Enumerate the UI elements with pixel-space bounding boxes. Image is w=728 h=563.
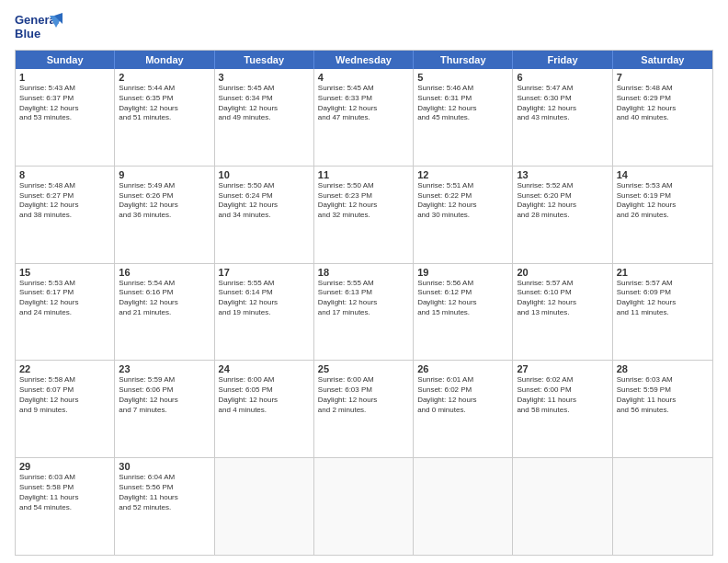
day-info: Sunrise: 6:03 AM Sunset: 5:58 PM Dayligh…	[19, 473, 110, 512]
calendar-cell: 16Sunrise: 5:54 AM Sunset: 6:16 PM Dayli…	[115, 264, 214, 361]
calendar-cell: 17Sunrise: 5:55 AM Sunset: 6:14 PM Dayli…	[215, 264, 314, 361]
day-info: Sunrise: 5:52 AM Sunset: 6:20 PM Dayligh…	[517, 181, 608, 221]
calendar-week-1: 8Sunrise: 5:48 AM Sunset: 6:27 PM Daylig…	[16, 166, 712, 263]
day-number: 9	[119, 169, 210, 180]
day-info: Sunrise: 5:53 AM Sunset: 6:19 PM Dayligh…	[617, 181, 709, 221]
day-info: Sunrise: 5:59 AM Sunset: 6:06 PM Dayligh…	[119, 375, 210, 415]
calendar-cell	[613, 458, 712, 555]
day-number: 15	[19, 267, 110, 278]
calendar-cell: 20Sunrise: 5:57 AM Sunset: 6:10 PM Dayli…	[513, 264, 612, 361]
day-info: Sunrise: 6:03 AM Sunset: 5:59 PM Dayligh…	[617, 375, 709, 415]
calendar-body: 1Sunrise: 5:43 AM Sunset: 6:37 PM Daylig…	[16, 69, 712, 555]
svg-text:Blue: Blue	[15, 27, 40, 40]
day-number: 4	[318, 72, 409, 83]
day-number: 16	[119, 267, 210, 278]
day-number: 1	[19, 72, 110, 83]
weekday-header-saturday: Saturday	[613, 51, 712, 69]
day-number: 12	[417, 169, 508, 180]
calendar-cell: 26Sunrise: 6:01 AM Sunset: 6:02 PM Dayli…	[414, 361, 513, 457]
day-info: Sunrise: 5:50 AM Sunset: 6:24 PM Dayligh…	[219, 181, 310, 221]
day-number: 24	[219, 363, 310, 374]
day-number: 8	[19, 169, 110, 180]
weekday-header-friday: Friday	[513, 51, 612, 69]
calendar-cell	[513, 458, 612, 555]
calendar-cell	[414, 458, 513, 555]
day-info: Sunrise: 5:46 AM Sunset: 6:31 PM Dayligh…	[417, 84, 508, 123]
day-info: Sunrise: 5:44 AM Sunset: 6:35 PM Dayligh…	[119, 84, 210, 123]
day-info: Sunrise: 5:49 AM Sunset: 6:26 PM Dayligh…	[119, 181, 210, 221]
weekday-header-thursday: Thursday	[414, 51, 513, 69]
calendar-cell: 29Sunrise: 6:03 AM Sunset: 5:58 PM Dayli…	[16, 458, 115, 555]
day-number: 10	[219, 169, 310, 180]
calendar-cell: 11Sunrise: 5:50 AM Sunset: 6:23 PM Dayli…	[314, 167, 414, 263]
calendar-cell: 22Sunrise: 5:58 AM Sunset: 6:07 PM Dayli…	[16, 361, 115, 457]
day-number: 13	[517, 169, 608, 180]
day-info: Sunrise: 5:45 AM Sunset: 6:34 PM Dayligh…	[219, 84, 310, 123]
calendar-cell: 30Sunrise: 6:04 AM Sunset: 5:56 PM Dayli…	[115, 458, 214, 555]
page: GeneralBlue SundayMondayTuesdayWednesday…	[0, 0, 728, 563]
calendar-cell: 13Sunrise: 5:52 AM Sunset: 6:20 PM Dayli…	[513, 167, 612, 263]
calendar-week-4: 29Sunrise: 6:03 AM Sunset: 5:58 PM Dayli…	[16, 457, 712, 555]
calendar-cell: 14Sunrise: 5:53 AM Sunset: 6:19 PM Dayli…	[613, 167, 712, 263]
day-number: 14	[617, 169, 709, 180]
day-number: 21	[617, 267, 709, 278]
logo-svg: GeneralBlue	[15, 11, 66, 42]
calendar-cell: 6Sunrise: 5:47 AM Sunset: 6:30 PM Daylig…	[513, 69, 612, 166]
calendar-cell: 25Sunrise: 6:00 AM Sunset: 6:03 PM Dayli…	[314, 361, 414, 457]
day-info: Sunrise: 5:55 AM Sunset: 6:14 PM Dayligh…	[219, 279, 310, 318]
day-info: Sunrise: 6:00 AM Sunset: 6:03 PM Dayligh…	[318, 375, 409, 415]
weekday-header-wednesday: Wednesday	[314, 51, 414, 69]
day-info: Sunrise: 5:53 AM Sunset: 6:17 PM Dayligh…	[19, 279, 110, 318]
calendar-cell: 23Sunrise: 5:59 AM Sunset: 6:06 PM Dayli…	[115, 361, 214, 457]
day-number: 27	[517, 363, 608, 374]
calendar-cell: 19Sunrise: 5:56 AM Sunset: 6:12 PM Dayli…	[414, 264, 513, 361]
logo: GeneralBlue	[15, 11, 66, 42]
calendar-week-3: 22Sunrise: 5:58 AM Sunset: 6:07 PM Dayli…	[16, 360, 712, 457]
day-number: 11	[318, 169, 409, 180]
day-number: 7	[617, 72, 709, 83]
day-number: 2	[119, 72, 210, 83]
weekday-header-tuesday: Tuesday	[215, 51, 314, 69]
calendar-cell	[314, 458, 414, 555]
calendar-header: SundayMondayTuesdayWednesdayThursdayFrid…	[16, 51, 712, 69]
day-info: Sunrise: 5:48 AM Sunset: 6:29 PM Dayligh…	[617, 84, 709, 123]
calendar-cell: 15Sunrise: 5:53 AM Sunset: 6:17 PM Dayli…	[16, 264, 115, 361]
calendar-cell: 9Sunrise: 5:49 AM Sunset: 6:26 PM Daylig…	[115, 167, 214, 263]
day-number: 23	[119, 363, 210, 374]
day-number: 20	[517, 267, 608, 278]
day-info: Sunrise: 5:57 AM Sunset: 6:09 PM Dayligh…	[617, 279, 709, 318]
day-number: 26	[417, 363, 508, 374]
day-info: Sunrise: 5:56 AM Sunset: 6:12 PM Dayligh…	[417, 279, 508, 318]
day-info: Sunrise: 6:02 AM Sunset: 6:00 PM Dayligh…	[517, 375, 608, 415]
day-number: 28	[617, 363, 709, 374]
calendar: SundayMondayTuesdayWednesdayThursdayFrid…	[15, 50, 713, 556]
day-number: 29	[19, 461, 110, 472]
day-number: 25	[318, 363, 409, 374]
calendar-cell: 1Sunrise: 5:43 AM Sunset: 6:37 PM Daylig…	[16, 69, 115, 166]
day-number: 22	[19, 363, 110, 374]
calendar-cell	[215, 458, 314, 555]
day-info: Sunrise: 5:57 AM Sunset: 6:10 PM Dayligh…	[517, 279, 608, 318]
day-number: 6	[517, 72, 608, 83]
day-info: Sunrise: 5:58 AM Sunset: 6:07 PM Dayligh…	[19, 375, 110, 415]
day-info: Sunrise: 5:54 AM Sunset: 6:16 PM Dayligh…	[119, 279, 210, 318]
day-info: Sunrise: 6:04 AM Sunset: 5:56 PM Dayligh…	[119, 473, 210, 512]
calendar-cell: 2Sunrise: 5:44 AM Sunset: 6:35 PM Daylig…	[115, 69, 214, 166]
day-info: Sunrise: 5:50 AM Sunset: 6:23 PM Dayligh…	[318, 181, 409, 221]
day-info: Sunrise: 5:47 AM Sunset: 6:30 PM Dayligh…	[517, 84, 608, 123]
calendar-cell: 3Sunrise: 5:45 AM Sunset: 6:34 PM Daylig…	[215, 69, 314, 166]
calendar-cell: 4Sunrise: 5:45 AM Sunset: 6:33 PM Daylig…	[314, 69, 414, 166]
calendar-cell: 24Sunrise: 6:00 AM Sunset: 6:05 PM Dayli…	[215, 361, 314, 457]
calendar-week-2: 15Sunrise: 5:53 AM Sunset: 6:17 PM Dayli…	[16, 263, 712, 361]
day-info: Sunrise: 6:00 AM Sunset: 6:05 PM Dayligh…	[219, 375, 310, 415]
day-info: Sunrise: 5:55 AM Sunset: 6:13 PM Dayligh…	[318, 279, 409, 318]
calendar-cell: 8Sunrise: 5:48 AM Sunset: 6:27 PM Daylig…	[16, 167, 115, 263]
day-info: Sunrise: 5:45 AM Sunset: 6:33 PM Dayligh…	[318, 84, 409, 123]
day-number: 30	[119, 461, 210, 472]
day-number: 19	[417, 267, 508, 278]
calendar-cell: 10Sunrise: 5:50 AM Sunset: 6:24 PM Dayli…	[215, 167, 314, 263]
day-info: Sunrise: 6:01 AM Sunset: 6:02 PM Dayligh…	[417, 375, 508, 415]
weekday-header-monday: Monday	[115, 51, 214, 69]
calendar-cell: 21Sunrise: 5:57 AM Sunset: 6:09 PM Dayli…	[613, 264, 712, 361]
weekday-header-sunday: Sunday	[16, 51, 115, 69]
